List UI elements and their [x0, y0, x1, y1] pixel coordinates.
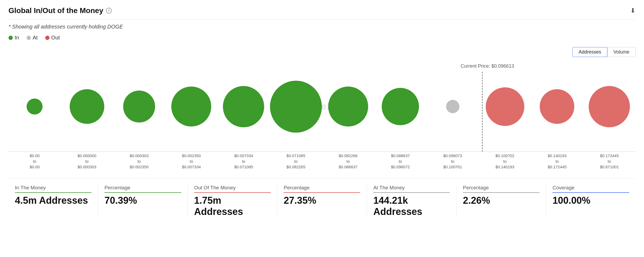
chart-area: Current Price: $0.096613 ⬡ intheblock	[9, 61, 635, 152]
x-label-8: $0.096073to$0.100701	[426, 153, 479, 170]
stat-in-the-money: In The Money 4.5m Addresses	[9, 185, 98, 217]
help-icon[interactable]: ?	[106, 8, 112, 14]
bubble-col-9	[479, 72, 531, 141]
x-label-9: $0.100702to$0.140193	[479, 153, 531, 170]
stat-value-out-of-the-money: 1.75m Addresses	[194, 195, 271, 217]
subtitle: * Showing all addresses currently holdin…	[9, 24, 635, 30]
bubble-4	[223, 86, 264, 127]
x-label-7: $0.088637to$0.096072	[374, 153, 426, 170]
x-label-6: $0.082266to$0.088637	[322, 153, 374, 170]
bubble-8	[446, 100, 459, 113]
legend-label-at: At	[33, 35, 38, 41]
bubble-col-10	[531, 72, 583, 141]
stat-label-percentage-in: Percentage	[105, 185, 181, 193]
stat-label-out-of-the-money: Out Of The Money	[194, 185, 271, 193]
stat-label-percentage-at: Percentage	[463, 185, 539, 193]
stat-at-the-money: At The Money 144.21k Addresses	[367, 185, 456, 217]
legend-in: In	[9, 35, 19, 41]
bubble-col-3	[165, 72, 217, 141]
bubble-10	[540, 89, 574, 124]
stat-value-percentage-at: 2.26%	[463, 195, 539, 206]
bubble-3	[171, 87, 211, 127]
bubble-col-8	[426, 72, 479, 141]
legend-dot-at	[27, 36, 31, 40]
download-icon[interactable]: ⬇	[630, 7, 635, 14]
stat-percentage-at: Percentage 2.26%	[456, 185, 546, 217]
bubble-col-5	[270, 72, 322, 141]
stat-coverage: Coverage 100.00%	[546, 185, 635, 217]
bubble-col-0	[9, 72, 61, 141]
x-label-11: $0.172445to$0.671001	[583, 153, 635, 170]
stat-value-coverage: 100.00%	[552, 195, 629, 206]
bubble-9	[486, 87, 524, 126]
view-controls: Addresses Volume	[9, 47, 635, 57]
stat-out-of-the-money: Out Of The Money 1.75m Addresses	[188, 185, 277, 217]
tab-volume[interactable]: Volume	[607, 47, 635, 57]
bubble-col-2	[113, 72, 165, 141]
stat-label-at-the-money: At The Money	[373, 185, 450, 193]
current-price-label: Current Price: $0.096613	[461, 63, 514, 69]
bubble-col-11	[583, 72, 635, 141]
legend-at: At	[27, 35, 38, 41]
stat-label-coverage: Coverage	[552, 185, 629, 193]
bubble-col-7	[374, 72, 426, 141]
x-label-4: $0.007334to$0.071085	[218, 153, 270, 170]
bubble-11	[589, 86, 630, 127]
legend-out: Out	[45, 35, 60, 41]
bubble-5	[270, 81, 322, 133]
stat-value-percentage-out: 27.35%	[284, 195, 360, 206]
x-label-3: $0.002350to$0.007334	[165, 153, 217, 170]
legend-label-out: Out	[51, 35, 60, 41]
x-label-2: $0.000303to$0.002350	[113, 153, 165, 170]
bubble-2	[123, 91, 155, 123]
bubble-col-4	[218, 72, 270, 141]
bubble-col-1	[61, 72, 113, 141]
x-label-10: $0.140193to$0.172445	[531, 153, 583, 170]
stats-row: In The Money 4.5m Addresses Percentage 7…	[9, 178, 635, 217]
legend-dot-in	[9, 36, 13, 40]
stat-percentage-in: Percentage 70.39%	[98, 185, 188, 217]
x-label-5: $0.071085to$0.082265	[270, 153, 322, 170]
stat-label-percentage-out: Percentage	[284, 185, 360, 193]
stat-value-in-the-money: 4.5m Addresses	[15, 195, 92, 206]
x-label-1: $0.000000to$0.000303	[61, 153, 113, 170]
stat-label-in-the-money: In The Money	[15, 185, 92, 193]
stat-value-at-the-money: 144.21k Addresses	[373, 195, 450, 217]
legend: In At Out	[9, 35, 635, 41]
bubble-6	[328, 87, 368, 127]
bubble-col-6	[322, 72, 374, 141]
legend-dot-out	[45, 36, 49, 40]
stat-value-percentage-in: 70.39%	[105, 195, 181, 206]
bubble-1	[70, 89, 104, 124]
bubble-0	[27, 99, 43, 115]
bubbles-row	[9, 72, 635, 141]
legend-label-in: In	[15, 35, 19, 41]
x-label-0: $0.00to$0.00	[9, 153, 61, 170]
page-title: Global In/Out of the Money	[9, 6, 103, 15]
bubble-7	[382, 88, 419, 125]
chart-baseline	[9, 152, 635, 152]
tab-addresses[interactable]: Addresses	[572, 47, 607, 57]
stat-percentage-out: Percentage 27.35%	[277, 185, 367, 217]
x-axis: $0.00to$0.00 $0.000000to$0.000303 $0.000…	[9, 153, 635, 170]
